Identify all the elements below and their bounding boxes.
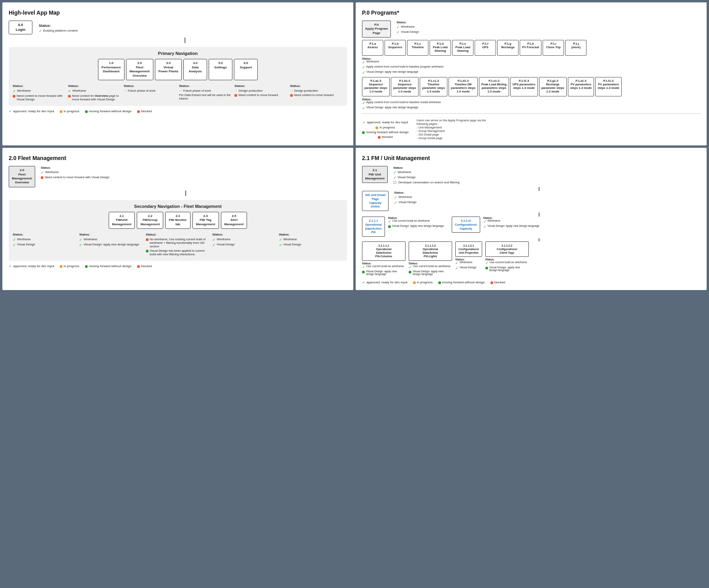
- fm21-level2: 2.1.1.1OperationalData/ActionPill Status…: [362, 217, 700, 237]
- dot-red-icon: [68, 95, 71, 98]
- fm21-level3: 2.1.1.1.1OperationalData/ActionPill-Colu…: [362, 241, 700, 276]
- fm-nav-21: 2.1FM/UnitManagement: [109, 212, 135, 229]
- p0-row2: P.1.a1-3Sequenceparameter steps1-3 mode …: [362, 77, 700, 96]
- fm-main-status: Status: ✓Wireframe Need content to move …: [41, 166, 109, 180]
- fm-nav-22: 2.2FM/GroupManagement: [137, 212, 163, 229]
- nav-node-4: 4.0DataAnalysis: [183, 59, 207, 80]
- sis-unit-status: Status: ✓Wireframe ✓Visual Design: [394, 191, 417, 205]
- login-node: 0.0Login: [9, 21, 32, 34]
- fm-main-node: 2.0FleetManagement/Overview: [9, 166, 35, 187]
- fm21-l3-3: 2.1.1.2.1Configurations/Unit Properties …: [455, 241, 482, 276]
- p0-card-r2-3: P.1.c1-3Timelineparameter steps1-3 mode: [420, 77, 447, 96]
- dot-red-icon: [13, 95, 15, 98]
- fm-nav-25: 2.5AlertManagement: [221, 212, 247, 229]
- fm-secondary-nav: Secondary Navigation - Fleet Management …: [9, 200, 347, 261]
- p0-main-status: Status: ✓Wireframe ✓Visual Design: [396, 21, 419, 35]
- p0-card-r2-9: P.1.f1-3PV parameterssteps 1-3 mode: [595, 77, 622, 96]
- p0-card-r2-6: P.1.f1-3UPS parameterssteps 1-3 mode: [510, 77, 538, 96]
- fm21-legend: ✓approved; ready for dev input in progre…: [362, 280, 700, 285]
- p0-card-p1b: P.1.bSequence: [385, 40, 406, 56]
- nav-node-6: 6.0Support: [234, 59, 258, 80]
- fm21-main-status: Status: ✓Wireframe ✓Visual Design ☐Devel…: [393, 166, 460, 185]
- op-data-status: Status: ✓Use current build as wireframe …: [388, 217, 444, 229]
- p0-card-p1e: P.1.ePeak LoadShaving: [452, 40, 473, 56]
- p0-row1: P.1.aAssess P.1.bSequence P.1.cTimeline …: [362, 40, 700, 56]
- p0-card-p1a: P.1.aAssess: [362, 40, 383, 56]
- sis-unit-node: SIS Unit DetailPageCapacityOnline: [362, 191, 388, 211]
- login-status: Status: ✓ Existing platform content: [39, 24, 78, 34]
- nav-node-2: 2.0FleetManagement/Overview: [126, 59, 153, 80]
- config-status: Status: ✓Wireframe ✓Visual Design: apply…: [483, 217, 539, 230]
- p0-card-r2-2: P.1.b1-3Sequenceparameter steps1-3 mode: [391, 77, 419, 96]
- dot-green-icon: [85, 110, 88, 113]
- fm-secondary-nav-title: Secondary Navigation - Fleet Management: [13, 204, 343, 209]
- fm21-l3-4: 2.1.1.2.2Configurations/Client Tags Stat…: [485, 241, 529, 276]
- status-6: Status: →Design production Need content …: [290, 84, 343, 102]
- nav-node-5: 5.0Settings: [209, 59, 232, 80]
- app-map-panel: High-level App Map 0.0Login Status: ✓ Ex…: [2, 2, 353, 145]
- p0-legend: ✓approved; ready for dev input in progre…: [362, 120, 409, 139]
- p0-card-r2-7: P.2.g1-3Rechargeparameter steps1-3 mode: [539, 77, 567, 96]
- p0-card-p1h: P.1.hPV Forecast: [520, 40, 541, 56]
- p0-main-node: P.0Apply ProgramPage: [362, 21, 391, 38]
- dot-red-icon: [137, 110, 140, 113]
- app-map-title: High-level App Map: [9, 9, 347, 16]
- fm-nav-boxes: 2.1FM/UnitManagement 2.2FM/GroupManageme…: [13, 212, 343, 229]
- status-2: Status: ✓Wireframe Need content for Over…: [68, 84, 121, 102]
- fm21-title: 2.1 FM / Unit Management: [362, 155, 700, 161]
- primary-nav-title: Primary Navigation: [13, 51, 343, 56]
- p0-card-p1d: P.1.dPeak LoadShaving: [430, 40, 451, 56]
- p0-card-p1f: P.1.fUPS: [475, 40, 496, 56]
- op-data-node: 2.1.1.1OperationalData/ActionPill: [362, 217, 385, 237]
- p0-card-r2-5: P.1.e1-3Peak Load Miningparameters steps…: [479, 77, 509, 96]
- fm-legend: ✓approved; ready for dev input in progre…: [9, 264, 347, 268]
- fm-nav-23: 2.3FM/ Monitortab: [165, 212, 190, 229]
- primary-nav-section: Primary Navigation 1.0PerformanceDashboa…: [9, 47, 347, 106]
- fm21-l3-1: 2.1.1.1.1OperationalData/ActionPill-Colu…: [362, 241, 405, 276]
- app-map-legend: ✓approved; ready for dev input in progre…: [9, 109, 347, 113]
- fleet-mgmt-panel: 2.0 Fleet Management 2.0FleetManagement/…: [2, 148, 353, 290]
- nav-node-1: 1.0PerformanceDashboard: [98, 59, 124, 80]
- fm21-main-node: 2.1FM/ UnitManagement: [362, 166, 388, 183]
- fm-nav-24: 2.4FM/ TagManagement: [192, 212, 219, 229]
- status-4: Status: →Future phase of work Per Data E…: [179, 84, 232, 102]
- p0-programs-panel: P.0 Programs* P.0Apply ProgramPage Statu…: [356, 2, 707, 145]
- p0-card-p1j: P.1.j(more): [565, 40, 586, 56]
- main-grid: High-level App Map 0.0Login Status: ✓ Ex…: [0, 0, 709, 292]
- p0-row2-status: Status: ✓Apply content from current buil…: [362, 98, 700, 110]
- fm21-panel: 2.1 FM / Unit Management 2.1FM/ UnitMana…: [356, 148, 707, 290]
- primary-nav-boxes: 1.0PerformanceDashboard 2.0FleetManageme…: [13, 59, 343, 80]
- fm-nav-statuses: Status: ✓Wireframe ✓Visual Design Status…: [13, 233, 343, 257]
- status-1: Status: ✓Wireframe Need content to move …: [13, 84, 66, 102]
- p0-card-r2-4: P.1.d1-3Timeline DRparameters steps1-3 m…: [449, 77, 478, 96]
- status-3: Status: →Future phase of work: [124, 84, 177, 102]
- p0-card-r2-1: P.1.a1-3Sequenceparameter steps1-3 mode: [362, 77, 390, 96]
- dot-yellow-icon: [60, 110, 62, 113]
- fleet-mgmt-title: 2.0 Fleet Management: [9, 155, 347, 161]
- nav-node-3: 3.0VirtualPower Plants: [155, 59, 182, 80]
- p0-card-p1c: P.1.cTimeline: [407, 40, 428, 56]
- p0-note: Users can arrive on the Apply Programs p…: [417, 119, 488, 140]
- status-5: Status: →Design production Need content …: [234, 84, 287, 102]
- p0-card-p1i: P.1.iClone Trip: [543, 40, 564, 56]
- p0-card-r2-8: P.1.a1-3PV parameterssteps 1-3 mode: [568, 77, 594, 96]
- check-icon: ✓: [39, 29, 42, 33]
- config-node: 2.1.1.2/Configurations/Capacity: [452, 217, 480, 233]
- p0-card-p1g: P.1.gRecharge: [497, 40, 519, 56]
- p0-row1-status: Status: ✓Wireframe ✓Apply content from c…: [362, 57, 700, 75]
- fm21-l3-2: 2.1.1.1.2OperationalData/ActionPill-Ligh…: [409, 241, 452, 276]
- p0-title: P.0 Programs*: [362, 9, 700, 16]
